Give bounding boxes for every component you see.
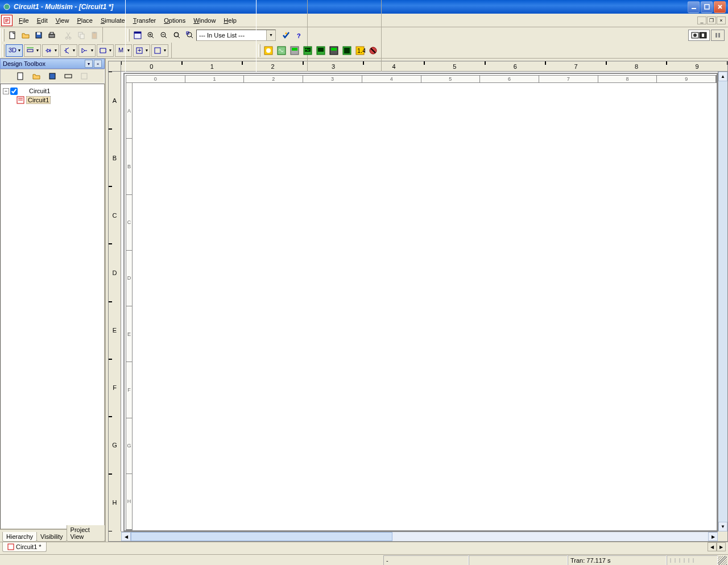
scrollbar-thumb[interactable] [131, 532, 392, 541]
menu-view[interactable]: View [52, 15, 73, 26]
run-switch-icon[interactable] [688, 30, 710, 41]
panel-tabs: Hierarchy Visibility Project View [0, 529, 105, 542]
svg-point-0 [4, 4, 10, 10]
logic-analyzer-instrument-button[interactable]: 1.4V [353, 44, 366, 57]
open-sheet-button[interactable] [30, 70, 43, 82]
tree-checkbox[interactable] [10, 88, 18, 95]
new-sheet-button[interactable] [14, 70, 27, 82]
document-icon[interactable] [1, 15, 13, 26]
tree-child-item[interactable]: Circuit1 [3, 95, 102, 105]
scroll-left-button[interactable]: ◀ [121, 532, 131, 541]
app-icon [2, 2, 11, 11]
mdi-minimize-button[interactable]: _ [697, 16, 706, 24]
tab-scroll-left-button[interactable]: ◀ [708, 542, 717, 551]
ruler-col: 2 [242, 61, 303, 71]
cut-button[interactable] [61, 29, 75, 41]
scroll-down-button[interactable]: ▼ [718, 522, 727, 531]
ruler-col: 4 [363, 61, 424, 71]
svg-point-26 [693, 34, 697, 37]
transistor-component-button[interactable]: ▼ [60, 44, 77, 57]
function-gen-instrument-button[interactable] [275, 44, 288, 57]
analog-component-button[interactable]: ▼ [78, 44, 96, 57]
tab-hierarchy[interactable]: Hierarchy [2, 532, 37, 542]
vertical-scrollbar[interactable]: ▲ ▼ [718, 72, 727, 531]
logic-converter-instrument-button[interactable] [366, 44, 379, 57]
ruler-row: A [109, 72, 121, 129]
menu-place[interactable]: Place [73, 15, 97, 26]
zoom-out-button[interactable] [157, 29, 170, 41]
tree-root-item[interactable]: − Circuit1 [3, 86, 102, 95]
close-button[interactable] [714, 1, 726, 13]
full-screen-button[interactable] [131, 29, 144, 41]
open-file-button[interactable] [19, 29, 32, 41]
freq-counter-instrument-button[interactable] [327, 44, 340, 57]
tab-circuit1[interactable]: Circuit1 * [2, 542, 47, 552]
document-tabs: Circuit1 * ◀ ▶ [0, 542, 728, 554]
tab-project-view[interactable]: Project View [67, 525, 105, 542]
zoom-in-button[interactable] [144, 29, 157, 41]
delete-sheet-button[interactable] [78, 70, 90, 82]
save-sheet-button[interactable] [46, 70, 59, 82]
basic-component-button[interactable]: ▼ [24, 44, 41, 57]
sheet-row-label: A [126, 83, 132, 139]
ruler-row: G [109, 417, 121, 474]
svg-text:1.4V: 1.4V [357, 47, 365, 54]
pause-button[interactable] [711, 30, 725, 41]
menu-file[interactable]: File [15, 15, 33, 26]
svg-rect-7 [49, 34, 55, 38]
svg-rect-20 [175, 33, 178, 36]
zoom-fit-button[interactable] [183, 29, 196, 41]
zoom-area-button[interactable] [170, 29, 183, 41]
svg-point-21 [187, 32, 192, 37]
ruler-col: 3 [303, 61, 364, 71]
menu-simulate[interactable]: Simulate [97, 15, 129, 26]
simulation-switch[interactable] [688, 30, 728, 41]
collapse-icon[interactable]: − [3, 88, 9, 94]
paste-button[interactable] [88, 29, 101, 41]
save-button[interactable] [32, 29, 45, 41]
sheet-row-label: H [126, 474, 132, 530]
diode-component-button[interactable]: ▼ [42, 44, 59, 57]
print-button[interactable] [45, 29, 58, 41]
resize-grip[interactable] [718, 556, 727, 565]
horizontal-scrollbar[interactable]: ◀ ▶ [121, 531, 718, 541]
svg-rect-1 [692, 8, 696, 9]
sheet-col-label: 0 [126, 76, 185, 82]
svg-rect-14 [93, 32, 96, 34]
maximize-button[interactable] [701, 1, 713, 13]
svg-rect-12 [80, 34, 84, 39]
scroll-right-button[interactable]: ▶ [708, 532, 718, 541]
svg-text:M: M [118, 47, 123, 53]
schematic-canvas[interactable]: 0123456789 ABCDEFGH [121, 72, 718, 531]
svg-rect-54 [49, 73, 55, 79]
minimize-button[interactable] [688, 1, 700, 13]
source-component-button[interactable]: 3D▼ [6, 44, 23, 57]
mdi-restore-button[interactable]: ❐ [707, 16, 716, 24]
sheet-col-label: 6 [480, 76, 539, 82]
multimeter-instrument-button[interactable] [262, 44, 275, 57]
ruler-row: E [109, 302, 121, 359]
oscilloscope-instrument-button[interactable] [301, 44, 314, 57]
panel-close-button[interactable]: × [94, 60, 102, 68]
tab-scroll-right-button[interactable]: ▶ [717, 542, 726, 551]
rename-sheet-button[interactable] [62, 70, 75, 82]
menu-edit[interactable]: Edit [33, 15, 52, 26]
design-tree[interactable]: − Circuit1 Circuit1 [0, 84, 105, 529]
tab-visibility[interactable]: Visibility [36, 532, 67, 542]
panel-titlebar[interactable]: Design Toolbox ▾ × [0, 59, 105, 69]
schematic-canvas-area: 0123456789 ABCDEFGH 0123456789 ABCDEFGH … [106, 59, 728, 542]
schematic-icon [7, 543, 14, 550]
sheet-row-label: C [126, 195, 132, 251]
word-gen-instrument-button[interactable] [340, 44, 353, 57]
ruler-row: H [109, 474, 121, 531]
sheet-col-label: 3 [303, 76, 362, 82]
bode-plotter-instrument-button[interactable] [314, 44, 327, 57]
ttl-component-button[interactable]: ▼ [97, 44, 114, 57]
wattmeter-instrument-button[interactable] [288, 44, 301, 57]
new-file-button[interactable] [6, 29, 19, 41]
panel-menu-button[interactable]: ▾ [85, 60, 93, 68]
scroll-up-button[interactable]: ▲ [718, 72, 727, 81]
svg-rect-4 [10, 32, 15, 39]
mdi-close-button[interactable]: × [717, 16, 726, 24]
copy-button[interactable] [75, 29, 88, 41]
